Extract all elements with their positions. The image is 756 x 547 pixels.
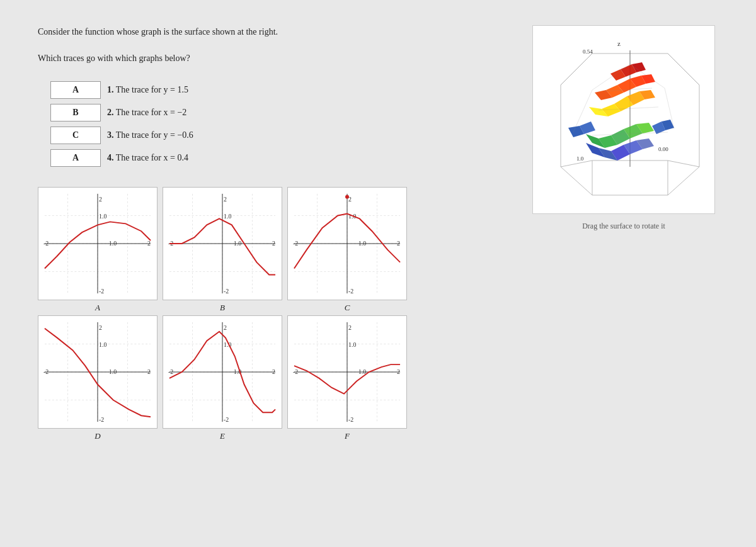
svg-text:-2: -2 [293,240,298,247]
svg-text:1.0: 1.0 [99,341,106,348]
graph-container-A: 2 -2 -2 2 1.0 1.0 A [38,187,158,313]
main-container: Consider the function whose graph is the… [0,0,756,469]
svg-text:2: 2 [99,324,102,331]
svg-text:1.0: 1.0 [234,240,241,247]
left-panel: Consider the function whose graph is the… [38,25,504,444]
trace-row-1: A1. The trace for y = 1.5 [50,81,504,99]
graph-label-E: E [220,431,225,441]
svg-text:2: 2 [397,240,400,247]
svg-text:2: 2 [348,196,352,203]
svg-text:0.00: 0.00 [658,146,668,152]
trace-label-2: 2. The trace for x = −2 [107,108,186,118]
trace-label-4: 4. The trace for x = 0.4 [107,153,188,163]
svg-text:1.0: 1.0 [348,341,356,348]
svg-line-97 [668,167,699,195]
svg-text:-2: -2 [168,368,173,375]
svg-text:-2: -2 [99,288,104,295]
svg-text:1.0: 1.0 [109,240,117,247]
graph-svg-A: 2 -2 -2 2 1.0 1.0 [38,188,157,300]
svg-text:-2: -2 [224,288,229,295]
graph-label-B: B [220,303,225,313]
svg-text:2: 2 [224,324,227,331]
graph-svg-D: 2 -2 -2 2 1.0 1.0 [38,316,157,428]
graph-container-B: 2 -2 -2 2 1.0 1.0 B [163,187,282,313]
svg-text:z: z [617,40,621,47]
graph-label-C: C [345,303,350,313]
svg-line-95 [561,167,592,195]
svg-text:1.0: 1.0 [99,213,106,220]
svg-text:1.0: 1.0 [109,368,117,375]
graphs-section: 2 -2 -2 2 1.0 1.0 A [38,187,504,444]
traces-table: A1. The trace for y = 1.5B2. The trace f… [50,81,504,167]
svg-text:2: 2 [224,196,227,203]
svg-line-101 [668,161,699,167]
trace-row-2: B2. The trace for x = −2 [50,104,504,121]
graph-container-F: 2 -2 -2 2 1.0 1.0 F [287,315,407,441]
svg-text:-2: -2 [348,416,353,423]
svg-text:2: 2 [272,368,275,375]
surface-svg: z 0.54 0.00 1.0 [542,35,706,205]
svg-text:1.0: 1.0 [576,155,584,162]
svg-text:0.54: 0.54 [583,48,593,55]
trace-answer-2[interactable]: B [50,104,101,121]
svg-text:2: 2 [348,324,352,331]
graph-label-D: D [94,431,100,441]
svg-text:1.0: 1.0 [358,368,366,375]
graph-box-A: 2 -2 -2 2 1.0 1.0 [38,187,158,300]
svg-text:-2: -2 [99,416,104,423]
svg-line-98 [561,54,592,85]
trace-row-4: A4. The trace for x = 0.4 [50,149,504,167]
svg-text:2: 2 [99,196,102,203]
svg-text:-2: -2 [293,368,298,375]
graph-container-E: 2 -2 -2 2 1.0 1.0 E [163,315,282,441]
graph-svg-B: 2 -2 -2 2 1.0 1.0 [163,188,282,300]
graph-container-D: 2 -2 -2 2 1.0 1.0 D [38,315,158,441]
trace-label-3: 3. The trace for y = −0.6 [107,130,193,140]
svg-text:-2: -2 [348,288,353,295]
graph-container-C: 2 -2 -2 2 1.0 1.0 C [287,187,407,313]
svg-text:2: 2 [397,368,400,375]
graph-box-F: 2 -2 -2 2 1.0 1.0 [287,315,407,429]
svg-text:2: 2 [272,240,275,247]
intro-line2: Which traces go with which graphs below? [38,52,504,65]
graph-box-E: 2 -2 -2 2 1.0 1.0 [163,315,282,429]
graph-svg-E: 2 -2 -2 2 1.0 1.0 [163,316,282,428]
graph-svg-C: 2 -2 -2 2 1.0 1.0 [288,188,406,300]
trace-answer-1[interactable]: A [50,81,101,99]
drag-hint: Drag the surface to rotate it [582,222,665,231]
right-panel: z 0.54 0.00 1.0 [529,25,718,444]
svg-text:-2: -2 [43,240,49,247]
graph-box-C: 2 -2 -2 2 1.0 1.0 [287,187,407,300]
trace-answer-4[interactable]: A [50,149,101,167]
svg-line-99 [668,54,699,85]
intro-line1: Consider the function whose graph is the… [38,25,504,39]
surface-3d-box[interactable]: z 0.54 0.00 1.0 [532,25,715,214]
trace-label-1: 1. The trace for y = 1.5 [107,85,188,95]
trace-answer-3[interactable]: C [50,127,101,144]
svg-text:2: 2 [147,368,151,375]
graph-label-A: A [95,303,100,313]
graphs-row-1: 2 -2 -2 2 1.0 1.0 A [38,187,504,313]
trace-row-3: C3. The trace for y = −0.6 [50,127,504,144]
svg-text:1.0: 1.0 [224,213,231,220]
svg-text:1.0: 1.0 [358,240,366,247]
svg-text:-2: -2 [224,416,229,423]
graphs-row-2: 2 -2 -2 2 1.0 1.0 D [38,315,504,441]
graph-box-D: 2 -2 -2 2 1.0 1.0 [38,315,158,429]
graph-label-F: F [345,431,350,441]
graph-box-B: 2 -2 -2 2 1.0 1.0 [163,187,282,300]
graph-svg-F: 2 -2 -2 2 1.0 1.0 [288,316,406,428]
svg-text:-2: -2 [43,368,49,375]
